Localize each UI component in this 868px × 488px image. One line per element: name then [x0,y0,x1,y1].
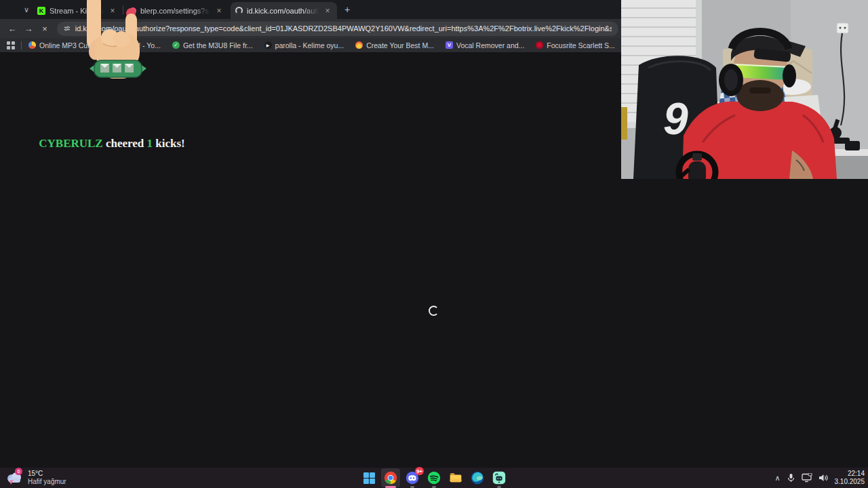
tray-chevron-up-icon[interactable]: ∧ [774,474,780,483]
webcam-overlay: 9 [621,0,868,179]
taskbar-app-icons: 9+ [359,468,509,487]
clock-time: 22:14 [835,470,865,478]
chrome-taskbar-button[interactable] [381,468,400,487]
checkmark-favicon-icon: ✓ [172,41,180,49]
tab-kick-oauth-active[interactable]: id.kick.com/oauth/authorize?re × [231,2,337,19]
tab-search-chevron-icon[interactable]: ∨ [20,3,33,16]
bookmark-label: parolla - Kelime oyu... [275,41,344,49]
bookmark-label: Focusrite Scarlett S... [547,41,614,49]
taskbar: 6 15°C Hafif yağmur [0,468,868,488]
clock-date: 3.10.2025 [835,478,865,486]
bookmark-parolla[interactable]: ▶ parolla - Kelime oyu... [264,41,344,49]
bookmark-label: Create Your Best M... [366,41,434,49]
bot-app-icon [492,471,506,485]
discord-notification-badge: 9+ [415,467,424,475]
edge-taskbar-button[interactable] [468,468,487,487]
play-favicon-icon: ▶ [264,41,272,49]
tab-loading-spinner-icon [235,7,243,14]
file-explorer-taskbar-button[interactable] [446,468,465,487]
alert-amount: 1 [147,137,153,150]
chrome-icon [384,471,397,485]
page-loading-spinner [429,306,439,316]
bookmark-focusrite[interactable]: Focusrite Scarlett S... [536,41,614,49]
alert-suffix: kicks! [155,137,184,150]
tab-close-icon[interactable]: × [214,6,224,16]
bookmark-vocal-remover[interactable]: V Vocal Remover and... [446,41,524,49]
site-settings-tune-icon[interactable] [64,24,71,33]
bookmark-label: Get the M3U8 File fr... [183,41,253,49]
system-tray: ∧ 22:14 3.10.2025 [774,468,865,488]
discord-taskbar-button[interactable]: 9+ [403,468,422,487]
start-button[interactable] [359,468,378,487]
stop-loading-button[interactable]: × [37,20,53,37]
weather-icon: 6 [5,470,23,486]
alert-action: cheered [106,137,144,150]
rock-hand-emote-icon [84,0,152,80]
back-button[interactable]: ← [4,20,20,37]
taskbar-clock[interactable]: 22:14 3.10.2025 [835,470,865,486]
focusrite-favicon-icon [536,41,543,49]
spotify-taskbar-button[interactable] [425,468,443,487]
bookmark-create-best[interactable]: Create Your Best M... [355,41,434,49]
webcam-scene: 9 [621,0,868,179]
flame-favicon-icon [355,41,363,49]
tab-close-icon[interactable]: × [323,6,332,16]
bookmark-label: Vocal Remover and... [456,41,524,49]
network-icon[interactable] [802,473,812,483]
v-favicon-icon: V [446,41,453,49]
folder-icon [449,471,462,485]
alert-username: CYBERULZ [39,137,102,150]
url-text: id.kick.com/oauth/authorize?response_typ… [75,24,612,33]
bookmark-m3u8[interactable]: ✓ Get the M3U8 File fr... [172,41,253,49]
tab-title: id.kick.com/oauth/authorize?re [247,7,319,15]
spotify-icon [427,471,441,485]
mp3cutter-favicon-icon [28,41,36,49]
edge-icon [471,471,484,485]
screen: ∨ K Stream - Kick Dashboa × blerp.com/se… [0,0,868,488]
weather-temp: 15°C [28,470,66,478]
speaker-icon[interactable] [818,473,829,483]
bot-app-taskbar-button[interactable] [490,468,509,487]
forward-button[interactable]: → [20,20,37,37]
cheer-alert-text: CYBERULZ cheered 1 kicks! [27,137,197,150]
kick-favicon-icon: K [37,7,45,15]
microphone-icon[interactable] [787,473,795,483]
weather-badge: 6 [15,468,22,475]
weather-condition: Hafif yağmur [28,478,66,486]
new-tab-button[interactable]: + [341,3,353,16]
apps-grid-icon[interactable] [7,41,15,49]
bookmarks-divider [21,41,22,49]
weather-widget[interactable]: 6 15°C Hafif yağmur [5,470,66,486]
